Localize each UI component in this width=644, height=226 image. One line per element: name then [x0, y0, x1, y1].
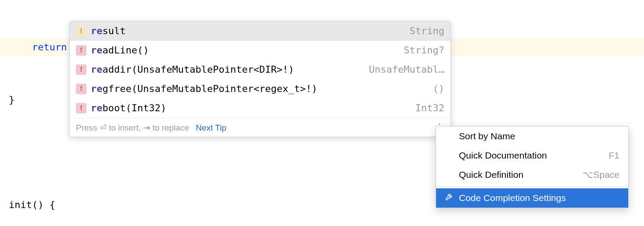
init-name: init [9, 199, 32, 210]
context-menu: Sort by Name Quick Documentation F1 Quic… [436, 126, 629, 208]
brace: } [9, 94, 14, 105]
completion-name: reboot(Int32) [91, 101, 166, 115]
local-var-icon: l [76, 26, 86, 36]
shortcut: ⌥Space [583, 169, 619, 181]
keyword-return: return [32, 42, 67, 53]
menu-label: Quick Documentation [459, 149, 547, 162]
completion-type: String? [395, 43, 444, 57]
brace: { [43, 199, 55, 210]
completion-item[interactable]: lresultString [70, 21, 451, 41]
completion-footer: Press ⏎ to insert, ⇥ to replace Next Tip… [70, 118, 451, 137]
completion-type: UnsafeMutabl… [360, 63, 444, 77]
function-icon: f [76, 64, 86, 75]
menu-code-completion-settings[interactable]: Code Completion Settings [436, 188, 628, 208]
completion-type: String [401, 24, 444, 38]
function-icon: f [76, 103, 86, 113]
next-tip-link[interactable]: Next Tip [196, 123, 226, 132]
menu-divider [436, 186, 628, 187]
footer-hint: Press ⏎ to insert, ⇥ to replace [76, 123, 189, 132]
menu-label: Quick Definition [459, 169, 523, 181]
completion-item[interactable]: freaddir(UnsafeMutablePointer<DIR>!)Unsa… [70, 60, 451, 79]
menu-label: Sort by Name [459, 130, 515, 142]
menu-sort-by-name[interactable]: Sort by Name [436, 127, 628, 146]
completion-item[interactable]: freboot(Int32)Int32 [70, 99, 451, 118]
completion-popup: lresultStringfreadLine()String?freaddir(… [69, 21, 451, 137]
function-icon: f [76, 84, 86, 94]
completion-type: Int32 [407, 101, 444, 115]
completion-item[interactable]: fregfree(UnsafeMutablePointer<regex_t>!)… [70, 79, 451, 99]
completion-name: regfree(UnsafeMutablePointer<regex_t>!) [91, 82, 318, 96]
completion-item[interactable]: freadLine()String? [70, 41, 451, 60]
shortcut: F1 [608, 149, 619, 162]
function-icon: f [76, 45, 86, 56]
parens: () [32, 199, 44, 210]
completion-type: () [424, 82, 445, 96]
menu-label: Code Completion Settings [459, 192, 566, 204]
menu-quick-definition[interactable]: Quick Definition ⌥Space [436, 165, 628, 184]
wrench-icon [445, 192, 454, 204]
completion-name: result [91, 24, 125, 38]
completion-name: readLine() [91, 43, 149, 57]
completion-name: readdir(UnsafeMutablePointer<DIR>!) [91, 63, 294, 77]
menu-quick-documentation[interactable]: Quick Documentation F1 [436, 146, 628, 165]
